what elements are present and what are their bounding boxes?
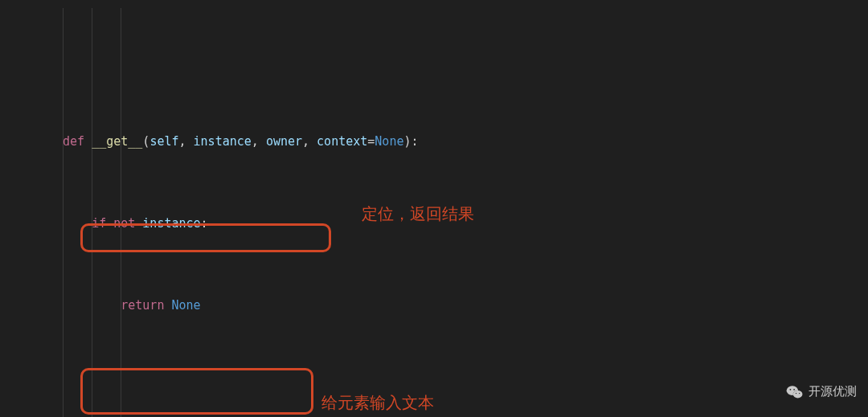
svg-point-5 (796, 392, 796, 393)
svg-point-4 (793, 388, 795, 390)
watermark-text: 开源优测 (809, 384, 857, 399)
wechat-icon (786, 385, 804, 399)
svg-point-6 (799, 392, 800, 393)
code-line: return None (0, 296, 868, 317)
code-line: def __get__(self, instance, owner, conte… (0, 132, 868, 153)
code-line: if not instance: (0, 214, 868, 235)
svg-point-2 (793, 390, 803, 398)
code-editor[interactable]: def __get__(self, instance, owner, conte… (0, 0, 868, 417)
svg-point-3 (790, 388, 792, 390)
code-line (0, 378, 868, 399)
indent-guides (63, 8, 92, 417)
wechat-watermark: 开源优测 (786, 384, 857, 399)
